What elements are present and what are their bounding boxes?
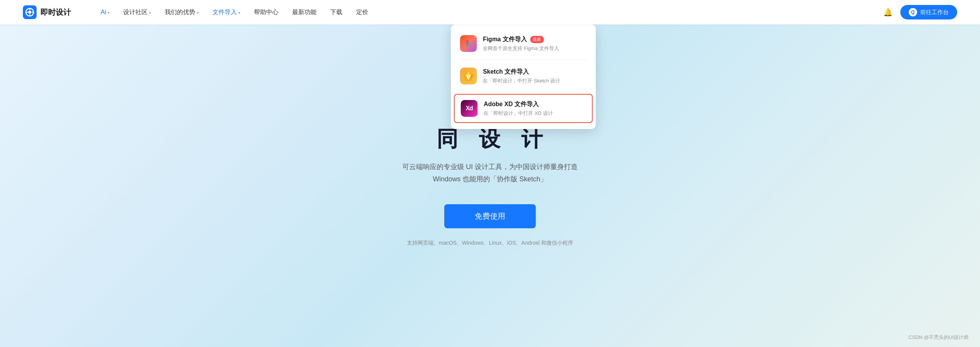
nav-item-help[interactable]: 帮助中心 xyxy=(247,0,285,24)
cta-label: 前往工作台 xyxy=(920,9,949,16)
xd-icon: Xd xyxy=(461,100,477,117)
nav-label-download: 下载 xyxy=(330,8,342,16)
figma-badge-new: 最新 xyxy=(530,36,544,43)
sketch-icon xyxy=(460,68,477,84)
nav-item-pricing[interactable]: 定价 xyxy=(349,0,375,24)
nav-label-import: 文件导入 xyxy=(212,8,237,16)
figma-item-title: Figma 文件导入 最新 xyxy=(483,36,559,44)
dropdown-divider-2 xyxy=(460,92,586,92)
chevron-down-icon: ▾ xyxy=(149,11,151,15)
user-avatar: Q xyxy=(909,8,917,16)
dropdown-divider-1 xyxy=(460,60,586,60)
svg-point-2 xyxy=(28,11,31,14)
brand-logo-icon xyxy=(23,5,37,19)
navbar: 即时设计 Ai ▾ 设计社区 ▾ 我们的优势 ▾ 文件导入 ▾ 帮助中心 最新功… xyxy=(0,0,980,24)
nav-label-ai: Ai xyxy=(101,9,106,16)
nav-item-import[interactable]: 文件导入 ▾ xyxy=(206,0,247,24)
nav-item-community[interactable]: 设计社区 ▾ xyxy=(116,0,158,24)
xd-item-content: Adobe XD 文件导入 在「即时设计」中打开 XD 设计 xyxy=(484,100,553,117)
chevron-down-icon: ▾ xyxy=(108,11,109,15)
figma-icon xyxy=(460,35,477,52)
nav-item-advantages[interactable]: 我们的优势 ▾ xyxy=(158,0,206,24)
nav-label-advantages: 我们的优势 xyxy=(165,8,195,16)
nav-item-ai[interactable]: Ai ▾ xyxy=(94,0,116,24)
figma-item-desc: 全网首个原生支持 Figma 文件导入 xyxy=(483,45,559,52)
sketch-item-content: Sketch 文件导入 在「即时设计」中打开 Sketch 设计 xyxy=(483,68,560,84)
xd-item-desc: 在「即时设计」中打开 XD 设计 xyxy=(484,110,553,117)
dropdown-item-xd[interactable]: Xd Adobe XD 文件导入 在「即时设计」中打开 XD 设计 xyxy=(454,94,593,123)
chevron-down-icon: ▾ xyxy=(238,11,240,15)
bell-icon[interactable]: 🔔 xyxy=(883,8,893,17)
sketch-item-desc: 在「即时设计」中打开 Sketch 设计 xyxy=(483,77,560,84)
nav-label-community: 设计社区 xyxy=(123,8,148,16)
nav-label-features: 最新功能 xyxy=(292,8,316,16)
nav-label-pricing: 定价 xyxy=(356,8,368,16)
nav-logo[interactable]: 即时设计 xyxy=(23,5,71,19)
nav-item-features[interactable]: 最新功能 xyxy=(285,0,323,24)
nav-right: 🔔 Q 前往工作台 xyxy=(883,5,957,19)
xd-item-title: Adobe XD 文件导入 xyxy=(484,100,553,108)
sketch-item-title: Sketch 文件导入 xyxy=(483,68,560,76)
figma-item-content: Figma 文件导入 最新 全网首个原生支持 Figma 文件导入 xyxy=(483,36,559,52)
nav-item-download[interactable]: 下载 xyxy=(323,0,349,24)
dropdown-overlay: Figma 文件导入 最新 全网首个原生支持 Figma 文件导入 xyxy=(0,24,980,347)
chevron-down-icon: ▾ xyxy=(197,11,199,15)
file-import-dropdown: Figma 文件导入 最新 全网首个原生支持 Figma 文件导入 xyxy=(451,24,596,129)
nav-links: Ai ▾ 设计社区 ▾ 我们的优势 ▾ 文件导入 ▾ 帮助中心 最新功能 下载 … xyxy=(94,0,883,24)
nav-label-help: 帮助中心 xyxy=(254,8,278,16)
dropdown-item-sketch[interactable]: Sketch 文件导入 在「即时设计」中打开 Sketch 设计 xyxy=(451,61,596,90)
dropdown-item-figma[interactable]: Figma 文件导入 最新 全网首个原生支持 Figma 文件导入 xyxy=(451,29,596,58)
goto-workspace-button[interactable]: Q 前往工作台 xyxy=(900,5,957,19)
brand-name: 即时设计 xyxy=(40,7,71,18)
